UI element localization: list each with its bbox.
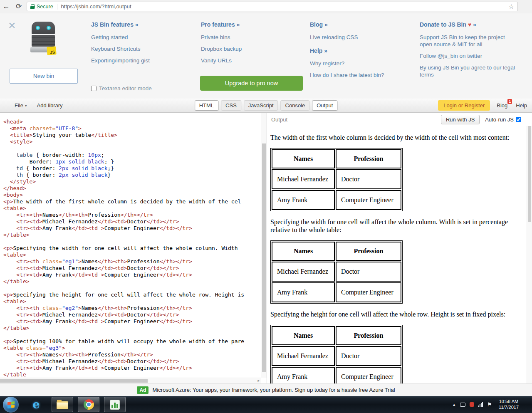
editor-vscroll-thumb[interactable] <box>262 143 266 372</box>
code-line[interactable] <box>3 285 260 292</box>
code-line[interactable] <box>3 331 260 338</box>
header-link[interactable]: Keyboard Shortcuts <box>91 45 190 52</box>
header-link[interactable]: Exporting/importing gist <box>91 57 190 64</box>
taskbar-item-chrome[interactable] <box>78 397 99 412</box>
code-line[interactable]: <tr><td>Michael Fernandez</td><td>Doctor… <box>3 312 260 318</box>
header-link[interactable]: Support JS Bin to keep the project open … <box>420 34 519 48</box>
header-link[interactable]: By using JS Bin you agree to our legal t… <box>420 64 519 78</box>
code-line[interactable]: <p>Specifying 100% for table width will … <box>3 338 260 345</box>
header-link[interactable]: Follow @js_bin on twitter <box>420 52 519 59</box>
code-line[interactable]: <p>Specifying the height for one cell wi… <box>3 292 260 298</box>
header-link[interactable]: How do I share the latest bin? <box>310 72 409 79</box>
header-heading[interactable]: Blog » <box>310 21 414 28</box>
tray-action-center-flag-icon[interactable]: ⚑ <box>487 401 492 408</box>
tab-css[interactable]: CSS <box>221 100 241 111</box>
tab-javascript[interactable]: JavaScript <box>244 100 278 111</box>
header-heading[interactable]: Pro features » <box>201 21 305 28</box>
code-line[interactable]: Border: 1px solid black; } <box>3 158 260 165</box>
code-line[interactable]: </table> <box>3 278 260 285</box>
code-line[interactable]: <tr><th>Names</th><th>Profession</th></t… <box>3 212 260 218</box>
editor-horizontal-scrollbar[interactable]: ▸ <box>0 378 261 383</box>
code-line[interactable]: td { border: 2px solid black;} <box>3 165 260 172</box>
header-link[interactable]: Why register? <box>310 60 409 67</box>
ad-banner[interactable]: Ad Microsoft Azure: Your apps, your fram… <box>0 383 532 396</box>
code-line[interactable]: <body> <box>3 192 260 198</box>
code-line[interactable]: <tr><th>Names</th><th>Profession</th></t… <box>3 351 260 358</box>
tab-output[interactable]: Output <box>312 100 337 111</box>
taskbar-item-explorer[interactable] <box>52 397 73 412</box>
code-line[interactable] <box>3 145 260 152</box>
tray-network-icon[interactable] <box>478 402 483 407</box>
back-icon[interactable]: ← <box>0 0 12 13</box>
output-vertical-scrollbar[interactable] <box>527 126 532 383</box>
tab-console[interactable]: Console <box>281 100 310 111</box>
add-library-menu[interactable]: Add library <box>37 102 62 109</box>
code-line[interactable]: <title>Styling your table</title> <box>3 132 260 138</box>
code-line[interactable] <box>3 238 260 245</box>
code-line[interactable]: <p>The width of the first whole column i… <box>3 198 260 205</box>
code-line[interactable]: <tr><td>Amy Frank</td><td >Computer Engi… <box>3 318 260 325</box>
header-link[interactable]: Getting started <box>91 34 190 41</box>
header-link[interactable]: Live reloading CSS <box>310 34 409 41</box>
auto-run-js-label: Auto-run JS <box>485 116 514 123</box>
tray-red-app-icon[interactable] <box>470 402 474 407</box>
taskbar-item-green-app[interactable] <box>104 397 126 412</box>
code-line[interactable]: <tr><th class="eg1">Names</th><th>Profes… <box>3 258 260 265</box>
code-line[interactable]: </table> <box>3 232 260 238</box>
header-heading[interactable]: JS Bin features » <box>91 21 195 28</box>
help-menu[interactable]: Help <box>516 102 527 109</box>
url-text[interactable]: https://jsbin.com/?html,output <box>61 3 509 10</box>
code-line[interactable]: </head> <box>3 185 260 192</box>
header-heading[interactable]: Donate to JS Bin ♥ » <box>420 21 524 28</box>
code-line[interactable]: <p>Specifying the width for one cell wil… <box>3 245 260 252</box>
code-line[interactable]: <tr><td>Michael Fernandez</td><td>Doctor… <box>3 218 260 225</box>
code-line[interactable]: <tr><td>Amy Frank</td><td >Computer Engi… <box>3 225 260 232</box>
scroll-right-arrow-icon[interactable]: ▸ <box>257 378 260 383</box>
code-line[interactable]: <style> <box>3 138 260 145</box>
header-link[interactable]: Vanity URLs <box>201 57 300 64</box>
textarea-mode-checkbox[interactable] <box>91 86 97 91</box>
code-line[interactable]: <meta charset="UTF-8"> <box>3 125 260 132</box>
code-line[interactable]: <tr><td>Michael Fernandez</td><td>Doctor… <box>3 358 260 365</box>
file-menu[interactable]: File ▾ <box>15 102 27 109</box>
code-lines[interactable]: <head> <meta charset="UTF-8"> <title>Sty… <box>3 119 260 377</box>
run-with-js-button[interactable]: Run with JS <box>441 115 480 124</box>
code-line[interactable]: th { border: 2px solid black} <box>3 172 260 178</box>
start-button[interactable] <box>3 397 19 413</box>
output-vscroll-thumb[interactable] <box>528 126 531 222</box>
code-line[interactable]: <table> <box>3 205 260 212</box>
code-line[interactable]: </style> <box>3 178 260 185</box>
code-line[interactable]: <tr><th class="eg2">Names</th><th>Profes… <box>3 305 260 312</box>
bookmark-star-icon[interactable]: ☆ <box>509 3 514 10</box>
code-line[interactable]: <tr><td>Amy Frank</td><td >Computer Engi… <box>3 365 260 371</box>
code-line[interactable]: <table> <box>3 252 260 258</box>
taskbar-item-internet-explorer[interactable]: e <box>25 397 47 412</box>
taskbar-clock[interactable]: 10:58 AM 11/7/2017 <box>496 399 523 410</box>
code-line[interactable]: <table class="eg3"> <box>3 345 260 351</box>
code-line[interactable]: </table> <box>3 325 260 331</box>
reload-icon[interactable]: ⟳ <box>12 0 25 13</box>
header-heading[interactable]: Help » <box>310 47 414 54</box>
auto-run-js-option[interactable]: Auto-run JS <box>485 116 521 123</box>
login-register-button[interactable]: Login or Register <box>438 100 490 111</box>
editor-hscroll-thumb[interactable] <box>0 379 148 383</box>
tray-display-icon[interactable] <box>460 403 465 407</box>
html-editor-pane[interactable]: <head> <meta charset="UTF-8"> <title>Sty… <box>0 113 267 383</box>
code-line[interactable]: <tr><td>Amy Frank</td><td >Computer Engi… <box>3 272 260 278</box>
tray-expand-icon[interactable]: ▲ <box>452 403 456 407</box>
autorun-checkbox[interactable] <box>516 117 521 122</box>
ad-text[interactable]: Microsoft Azure: Your apps, your framewo… <box>152 387 395 393</box>
header-link[interactable]: Dropbox backup <box>201 45 300 52</box>
code-line[interactable]: <head> <box>3 119 260 125</box>
code-line[interactable]: <tr><td>Michael Fernandez</td><td>Doctor… <box>3 265 260 272</box>
address-bar[interactable]: Secure https://jsbin.com/?html,output ☆ <box>27 2 518 11</box>
editor-vertical-scrollbar[interactable] <box>261 113 267 378</box>
tab-html[interactable]: HTML <box>195 100 218 111</box>
code-line[interactable]: table { border-width: 10px; <box>3 152 260 158</box>
blog-menu[interactable]: Blog 1 <box>497 102 509 109</box>
code-line[interactable]: <table> <box>3 298 260 305</box>
code-line[interactable]: </table <box>3 371 260 377</box>
textarea-editor-mode-option[interactable]: Textarea editor mode <box>91 85 152 92</box>
header-link[interactable]: Private bins <box>201 34 300 41</box>
upgrade-to-pro-button[interactable]: Upgrade to pro now <box>200 76 303 91</box>
